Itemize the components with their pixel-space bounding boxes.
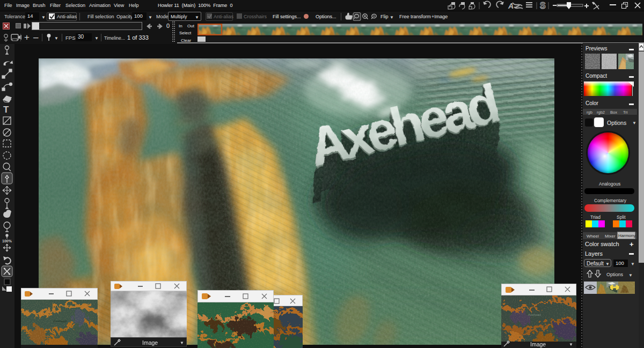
svg-text:Axehead: Axehead (528, 313, 541, 316)
svg-text:S: S (540, 1, 546, 10)
svg-text:Axehead: Axehead (53, 320, 67, 323)
svg-text:T: T (3, 105, 9, 115)
svg-text:100%: 100% (2, 239, 12, 243)
